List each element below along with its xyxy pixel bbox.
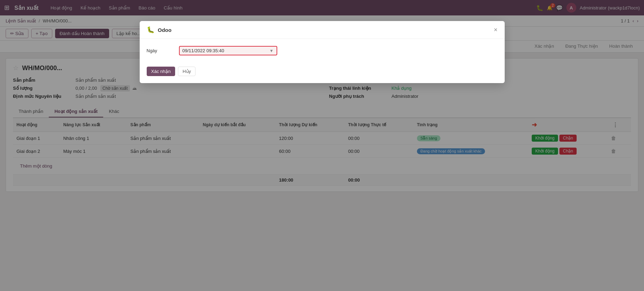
modal-footer: Xác nhận Hủy [140,67,505,83]
calendar-dropdown-icon[interactable]: ▼ [270,48,274,53]
date-input[interactable] [182,48,267,53]
modal-bug-icon: 🐛 [147,26,154,34]
confirm-button[interactable]: Xác nhận [147,67,175,76]
date-input-wrapper: ▼ [179,46,277,55]
modal-header: 🐛 Odoo × [140,21,505,39]
date-field-row: Ngày ▼ [147,46,498,55]
cancel-button[interactable]: Hủy [178,67,195,76]
modal-overlay: 🐛 Odoo × Ngày ▼ Xác nhận Hủy [0,0,644,285]
date-label: Ngày [147,48,175,53]
modal-dialog: 🐛 Odoo × Ngày ▼ Xác nhận Hủy [140,21,505,83]
modal-close-button[interactable]: × [494,27,498,33]
modal-title: Odoo [158,27,172,33]
modal-body: Ngày ▼ [140,39,505,67]
